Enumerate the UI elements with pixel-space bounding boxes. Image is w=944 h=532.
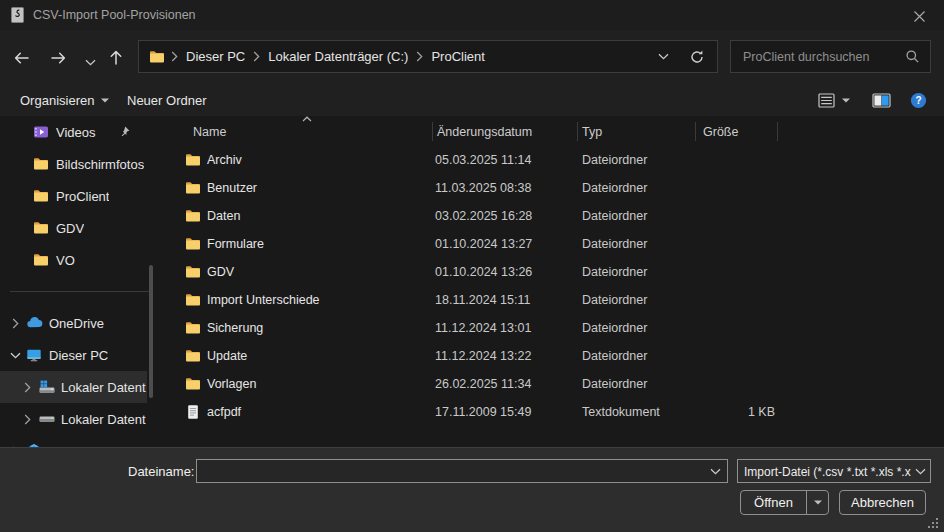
- sidebar-item-label: Lokaler Datent: [61, 380, 146, 395]
- file-name: Archiv: [207, 153, 242, 167]
- folder-icon: [185, 180, 201, 196]
- open-split-arrow[interactable]: [806, 491, 828, 514]
- file-name: GDV: [207, 265, 234, 279]
- new-folder-label: Neuer Ordner: [127, 93, 206, 108]
- sidebar-item-lokaler-datent[interactable]: Lokaler Datent: [0, 371, 147, 403]
- recent-locations-button[interactable]: [80, 53, 100, 71]
- chevron-right-icon[interactable]: [4, 318, 26, 329]
- sidebar-item-vo[interactable]: VO: [0, 244, 147, 276]
- table-row-acfpdf[interactable]: acfpdf17.11.2009 15:49Textdokument1 KB: [160, 398, 944, 426]
- videos-icon: [33, 124, 53, 140]
- open-button[interactable]: Öffnen: [740, 490, 829, 515]
- sidebar-item-lokaler-datent[interactable]: Lokaler Datent: [0, 403, 147, 435]
- file-date: 11.12.2024 13:22: [435, 349, 531, 363]
- chevron-down-icon[interactable]: [4, 352, 26, 359]
- breadcrumb-item-proclient[interactable]: ProClient: [431, 49, 484, 64]
- view-mode-button[interactable]: [818, 84, 850, 116]
- preview-pane-button[interactable]: [872, 84, 891, 116]
- search-input[interactable]: [741, 49, 905, 65]
- sidebar-item-netzwerk[interactable]: Netzwerk: [0, 435, 147, 447]
- text-document-icon: [185, 404, 201, 420]
- svg-text:?: ?: [915, 95, 921, 106]
- file-dialog-window: CSV-Import Pool-Provisionen Dieser PCLok…: [0, 0, 944, 532]
- list-view-icon: [818, 93, 835, 108]
- resize-grip[interactable]: [928, 518, 938, 528]
- filename-combo: [196, 459, 728, 483]
- sidebar-item-gdv[interactable]: GDV: [0, 212, 147, 244]
- caret-down-icon: [101, 98, 109, 103]
- file-date: 05.03.2025 11:14: [435, 153, 531, 167]
- close-button[interactable]: [911, 8, 927, 24]
- navigation-bar: Dieser PCLokaler Datenträger (C:)ProClie…: [0, 30, 944, 84]
- refresh-button[interactable]: [689, 49, 705, 65]
- column-header-änderungsdatum[interactable]: Änderungsdatum: [437, 125, 532, 139]
- file-name: Sicherung: [207, 321, 263, 335]
- column-divider[interactable]: [577, 122, 578, 141]
- table-row-gdv[interactable]: GDV01.10.2024 13:26Dateiordner: [160, 258, 944, 286]
- filename-dropdown-icon[interactable]: [710, 468, 721, 475]
- back-button[interactable]: [11, 49, 31, 67]
- onedrive-icon: [26, 315, 46, 331]
- breadcrumb-item-dieser-pc[interactable]: Dieser PC: [186, 49, 245, 64]
- sidebar-scrollbar[interactable]: [149, 265, 153, 398]
- file-type: Dateiordner: [582, 237, 647, 251]
- sidebar-item-bildschirmfotos[interactable]: Bildschirmfotos: [0, 148, 147, 180]
- new-folder-button[interactable]: Neuer Ordner: [127, 84, 206, 116]
- window-title: CSV-Import Pool-Provisionen: [33, 8, 196, 22]
- folder-icon: [33, 188, 53, 204]
- file-date: 18.11.2024 15:11: [435, 293, 530, 307]
- column-header-größe[interactable]: Größe: [703, 125, 738, 139]
- breadcrumb-folder-icon: [149, 49, 165, 65]
- column-header-name[interactable]: Name: [193, 125, 226, 139]
- dialog-footer: Dateiname: Import-Datei (*.csv *.txt *.x…: [0, 447, 944, 532]
- up-button[interactable]: [106, 48, 126, 66]
- column-divider[interactable]: [695, 122, 696, 141]
- filetype-value: Import-Datei (*.csv *.txt *.xls *.x: [744, 465, 914, 479]
- chevron-right-icon[interactable]: [16, 382, 38, 393]
- sidebar-item-dieser-pc[interactable]: Dieser PC: [0, 339, 147, 371]
- pin-icon: [117, 125, 131, 139]
- table-row-vorlagen[interactable]: Vorlagen26.02.2025 11:34Dateiordner: [160, 370, 944, 398]
- grip-icon: [928, 518, 938, 528]
- sidebar-item-videos[interactable]: Videos: [0, 116, 147, 148]
- organize-button[interactable]: Organisieren: [20, 84, 109, 116]
- file-date: 01.10.2024 13:27: [435, 237, 532, 251]
- sidebar-item-onedrive[interactable]: OneDrive: [0, 307, 147, 339]
- file-type: Dateiordner: [582, 293, 647, 307]
- table-row-formulare[interactable]: Formulare01.10.2024 13:27Dateiordner: [160, 230, 944, 258]
- table-row-sicherung[interactable]: Sicherung11.12.2024 13:01Dateiordner: [160, 314, 944, 342]
- table-row-import-unterschiede[interactable]: Import Unterschiede18.11.2024 15:11Datei…: [160, 286, 944, 314]
- address-dropdown-button[interactable]: [658, 53, 669, 60]
- breadcrumb-separator-icon: [253, 51, 260, 62]
- column-header-typ[interactable]: Typ: [582, 125, 602, 139]
- open-label: Öffnen: [741, 495, 806, 510]
- breadcrumb-item-lokaler-datenträger-c-[interactable]: Lokaler Datenträger (C:): [268, 49, 408, 64]
- forward-arrow-icon: [50, 50, 67, 66]
- up-arrow-icon: [108, 49, 124, 66]
- folder-icon: [33, 156, 53, 172]
- filetype-select[interactable]: Import-Datei (*.csv *.txt *.xls *.x: [737, 459, 931, 483]
- column-divider[interactable]: [432, 122, 433, 141]
- file-date: 26.02.2025 11:34: [435, 377, 531, 391]
- search-icon: [905, 49, 920, 64]
- column-divider[interactable]: [777, 122, 778, 141]
- folder-icon: [185, 292, 201, 308]
- table-row-daten[interactable]: Daten03.02.2025 16:28Dateiordner: [160, 202, 944, 230]
- chevron-right-icon[interactable]: [16, 414, 38, 425]
- table-row-benutzer[interactable]: Benutzer11.03.2025 08:38Dateiordner: [160, 174, 944, 202]
- search-box: [730, 40, 931, 73]
- file-name: Import Unterschiede: [207, 293, 320, 307]
- file-date: 11.03.2025 08:38: [435, 181, 531, 195]
- table-row-update[interactable]: Update11.12.2024 13:22Dateiordner: [160, 342, 944, 370]
- file-name: Benutzer: [207, 181, 257, 195]
- file-type: Dateiordner: [582, 321, 647, 335]
- sidebar-divider: [10, 291, 152, 292]
- filename-input[interactable]: [197, 460, 717, 482]
- help-button[interactable]: ?: [910, 84, 927, 116]
- title-bar: CSV-Import Pool-Provisionen: [0, 0, 944, 30]
- sidebar-item-proclient[interactable]: ProClient: [0, 180, 147, 212]
- forward-button[interactable]: [48, 49, 68, 67]
- address-bar[interactable]: Dieser PCLokaler Datenträger (C:)ProClie…: [138, 40, 718, 73]
- cancel-button[interactable]: Abbrechen: [839, 490, 926, 515]
- table-row-archiv[interactable]: Archiv05.03.2025 11:14Dateiordner: [160, 146, 944, 174]
